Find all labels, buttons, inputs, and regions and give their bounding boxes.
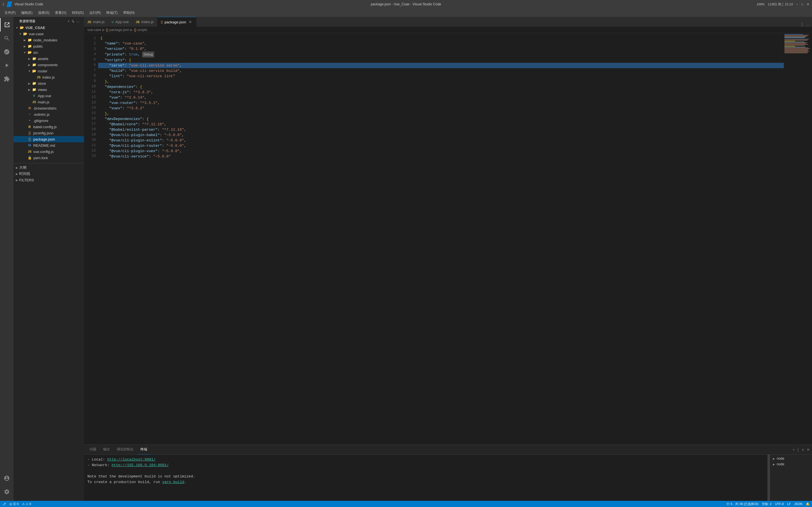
panel-tab-terminal[interactable]: 终端 [137,445,151,455]
sidebar-item-eslintrc[interactable]: ▶ • .eslintrc.js [13,111,84,117]
sidebar-item-node-modules[interactable]: ▶ 📁 node_modules [13,37,84,43]
sidebar-item-vue-case[interactable]: ▼ 📂 vue-case [13,31,84,37]
activity-git[interactable] [0,45,13,59]
close-button[interactable]: ✕ [807,3,809,6]
menu-help[interactable]: 帮助(H) [121,9,137,16]
menu-run[interactable]: 运行(R) [87,9,103,16]
code-line-8[interactable]: "lint": "vue-cli-service lint" [98,73,784,79]
sidebar-item-gitignore[interactable]: ▶ • .gitignore [13,117,84,124]
sidebar-item-main-js[interactable]: ▶ JS main.js [13,99,84,105]
menu-edit[interactable]: 编辑(E) [19,9,35,16]
code-line-2[interactable]: "name": "vue-case", [98,41,784,46]
sidebar-item-public[interactable]: ▶ 📁 public [13,43,84,49]
code-line-21[interactable]: "@vue/cli-plugin-router": "~5.0.0", [98,143,784,149]
code-line-12[interactable]: "vue": "^2.6.14", [98,95,784,100]
sidebar-item-store[interactable]: ▶ 📁 store [13,80,84,87]
menu-view[interactable]: 查看(V) [53,9,68,16]
maximize-button[interactable]: □ [801,3,803,6]
more-actions-icon[interactable]: … [806,22,810,27]
split-terminal-icon[interactable]: │ [797,448,799,452]
sidebar-item-views[interactable]: ▶ 📁 views [13,87,84,93]
code-line-9[interactable]: }, [98,79,784,84]
code-line-14[interactable]: "vuex": "^3.6.2" [98,106,784,111]
sidebar-item-yarn-lock[interactable]: ▶ 🔒 yarn.lock [13,155,84,161]
code-line-7[interactable]: "build": "vue-cli-service build", [98,68,784,73]
cursor-position[interactable]: 行 6，列 38 (已选择33) [726,502,758,506]
sidebar-item-readme[interactable]: ▶ M README.md [13,142,84,149]
line-ending[interactable]: LF [787,502,791,506]
tab-index-js[interactable]: JS index.js [133,17,158,27]
new-terminal-icon[interactable]: + [793,448,795,452]
activity-settings[interactable] [0,485,13,499]
tab-main-js[interactable]: JS main.js [84,17,108,27]
menu-select[interactable]: 选择(S) [36,9,52,16]
code-line-5[interactable]: "scripts": { [98,57,784,63]
breadcrumb-vue-case[interactable]: vue-case [87,28,101,32]
new-file-icon[interactable]: + [68,19,70,23]
code-line-1[interactable]: { [98,36,784,41]
language-mode[interactable]: JSON [794,502,802,506]
terminal-node-2[interactable]: ▶ node [771,461,811,467]
code-line-22[interactable]: "@vue/cli-plugin-vuex": "~5.0.0", [98,149,784,154]
activity-account[interactable] [0,471,13,485]
code-line-15[interactable]: }, [98,111,784,116]
minimize-button[interactable]: − [796,3,798,6]
code-line-3[interactable]: "version": "0.1.0", [98,46,784,52]
activity-search[interactable] [0,32,13,45]
sidebar-item-vue-config[interactable]: ▶ JS vue.config.js [13,149,84,155]
errors-status[interactable]: ◎ ⓪ 0 [9,502,18,506]
git-branch-status[interactable]: ⎇ [2,502,6,506]
code-line-20[interactable]: "@vue/cli-plugin-eslint": "~5.0.0", [98,138,784,143]
code-line-10[interactable]: "dependencies": { [98,84,784,90]
sidebar-item-router-index[interactable]: ▶ JS index.js [13,74,84,80]
tab-app-vue[interactable]: V App.vue [108,17,133,27]
tab-package-json[interactable]: {} package.json ✕ [157,17,197,27]
timeline-section[interactable]: ▶ 时间线 [13,171,84,177]
filters-section[interactable]: ▶ FILTERS [13,177,84,183]
breadcrumb-package-json[interactable]: package.json [109,28,130,32]
terminal-node-1[interactable]: ▶ node [771,456,811,461]
warnings-status[interactable]: ⚠ ⚠ 0 [22,502,31,506]
code-line-16[interactable]: "devDependencies": { [98,116,784,122]
menu-file[interactable]: 文件(F) [2,9,18,16]
sidebar-item-vue-csae[interactable]: ▼ 📂 VUE_CSAE [13,24,84,31]
code-line-6[interactable]: "serve": "vue-cli-service serve", [98,63,784,68]
code-line-19[interactable]: "@vue/cli-plugin-babel": "~5.0.0", [98,132,784,138]
terminal-link-local[interactable]: http://localhost:8081/ [107,457,156,462]
outline-section[interactable]: ▶ 大纲 [13,165,84,171]
terminal-output[interactable]: - Local: http://localhost:8081/ - Networ… [84,455,767,501]
refresh-icon[interactable]: … [76,19,80,23]
breadcrumb-scripts[interactable]: scripts [137,28,147,32]
notifications-button[interactable]: 🔔 [806,502,810,506]
sidebar-item-src[interactable]: ▼ 📂 src [13,49,84,55]
sidebar-item-router[interactable]: ▼ 📂 router [13,68,84,74]
sidebar-item-browserslistrc[interactable]: ▶ ⚙ .browserslistrc [13,105,84,111]
indentation[interactable]: 空格: 2 [762,502,771,506]
code-line-23[interactable]: "@vue/cli-service": "~5.0.0" [98,154,784,159]
terminal-yarn-build[interactable]: yarn build [162,480,184,484]
activity-extensions[interactable] [0,72,13,86]
sidebar-item-app-vue[interactable]: ▶ V App.vue [13,93,84,99]
code-line-11[interactable]: "core-js": "^3.8.3", [98,90,784,95]
split-editor-icon[interactable]: │ [801,22,804,27]
new-folder-icon[interactable]: ʯ [72,19,74,23]
activity-explorer[interactable] [0,18,13,32]
code-line-18[interactable]: "@babel/eslint-parser": "^7.12.16", [98,127,784,132]
panel-tab-output[interactable]: 输出 [100,445,113,455]
sidebar-item-assets[interactable]: ▶ 📁 assets [13,55,84,62]
sidebar-item-package-json[interactable]: ▶ {} package.json [13,136,84,142]
activity-debug[interactable] [0,59,13,72]
sidebar-item-jsconfig[interactable]: ▶ {} jsconfig.json [13,130,84,136]
menu-terminal[interactable]: 终端(T) [104,9,119,16]
code-line-13[interactable]: "vue-router": "^3.5.1", [98,100,784,106]
panel-tab-problems[interactable]: 问题 [86,445,100,455]
code-line-17[interactable]: "@babel/core": "^7.12.16", [98,122,784,127]
code-line-4[interactable]: "private": true,Debug [98,52,784,57]
panel-tab-debug-console[interactable]: 调试控制台 [113,445,137,455]
close-panel-icon[interactable]: ✕ [807,448,810,452]
tab-close-button[interactable]: ✕ [188,19,193,24]
sidebar-item-components[interactable]: ▶ 📁 components [13,62,84,68]
collapse-panel-icon[interactable]: ∧ [802,448,804,452]
sidebar-item-babel-config[interactable]: ▶ B babel.config.js [13,124,84,130]
encoding[interactable]: UTF-8 [775,502,784,506]
